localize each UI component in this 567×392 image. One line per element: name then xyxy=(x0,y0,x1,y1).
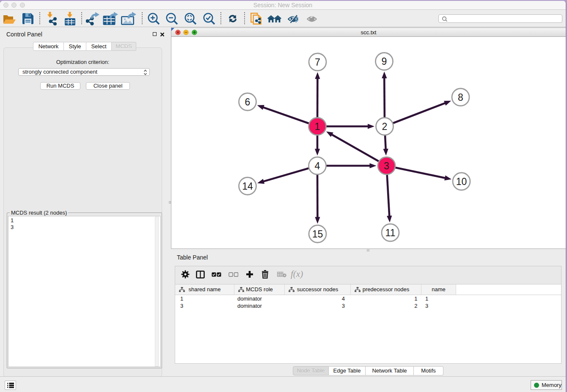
svg-text:3: 3 xyxy=(384,160,389,171)
svg-text:14: 14 xyxy=(242,181,253,192)
svg-text:9: 9 xyxy=(382,56,387,67)
svg-text:1: 1 xyxy=(315,121,320,132)
svg-text:15: 15 xyxy=(312,229,323,240)
svg-text:2: 2 xyxy=(382,121,388,132)
svg-text:4: 4 xyxy=(315,160,320,171)
svg-text:11: 11 xyxy=(385,227,396,238)
svg-text:8: 8 xyxy=(458,92,463,103)
svg-text:7: 7 xyxy=(315,57,320,68)
svg-text:6: 6 xyxy=(245,97,250,108)
svg-text:10: 10 xyxy=(456,176,467,187)
